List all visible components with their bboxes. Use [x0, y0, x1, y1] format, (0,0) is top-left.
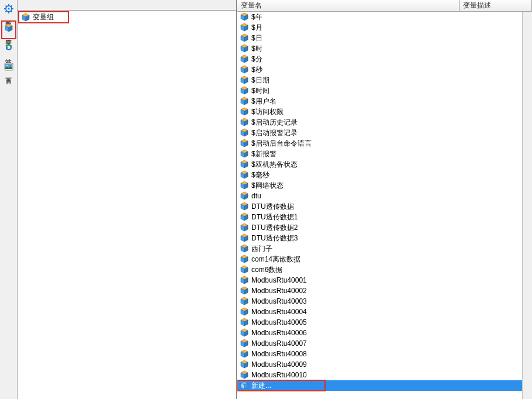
list-row[interactable]: ModbusRtu40001: [237, 275, 522, 286]
list-row[interactable]: $访问权限: [237, 106, 522, 117]
tree-item-label: 变量组: [33, 12, 54, 22]
list-row[interactable]: $秒: [237, 64, 522, 75]
cube-icon: [240, 339, 249, 348]
list-row-label: DTU透传数据1: [251, 212, 298, 222]
list-row[interactable]: $日: [237, 33, 522, 43]
list-row[interactable]: com14离散数据: [237, 254, 522, 264]
sidebar-tab-system[interactable]: 系统: [1, 1, 16, 20]
cube-icon: [240, 139, 249, 148]
list-row-label: ModbusRtu40006: [251, 329, 307, 337]
list-row[interactable]: $启动历史记录: [237, 117, 522, 128]
cube-icon: [240, 44, 249, 53]
list-row[interactable]: $网络状态: [237, 180, 522, 191]
cube-icon: [240, 12, 249, 22]
cube-icon: [240, 33, 249, 43]
list-row-label: $启动后台命令语言: [251, 139, 312, 149]
gear-icon: [4, 4, 13, 13]
list-row-label: $时: [251, 44, 262, 54]
list-row-label: ModbusRtu40002: [251, 287, 307, 295]
list-body[interactable]: $年$月$日$时$分$秒$日期$时间$用户名$访问权限$启动历史记录$启动报警记…: [237, 12, 522, 399]
list-row[interactable]: DTU透传数据: [237, 201, 522, 212]
cube-icon: [21, 13, 30, 22]
cube-icon: [240, 118, 249, 127]
list-row[interactable]: DTU透传数据3: [237, 233, 522, 243]
sidebar-tab-screens[interactable]: 画面: [1, 59, 16, 78]
cube-icon: [240, 202, 249, 211]
list-row[interactable]: $双机热备状态: [237, 159, 522, 170]
list-row-label: DTU透传数据3: [251, 233, 298, 243]
list-row[interactable]: dtu: [237, 191, 522, 201]
list-row-label: ModbusRtu40005: [251, 318, 307, 326]
cube-icon: [240, 191, 249, 201]
cube-icon: [240, 276, 249, 285]
list-row-new[interactable]: 新建...: [237, 380, 522, 391]
list-row[interactable]: ModbusRtu40002: [237, 286, 522, 296]
list-row[interactable]: $毫秒: [237, 170, 522, 180]
svg-line-8: [5, 11, 6, 12]
list-row[interactable]: ModbusRtu40009: [237, 359, 522, 370]
column-header-desc[interactable]: 变量描述: [460, 0, 532, 11]
cube-icon: [240, 65, 249, 74]
sidebar-tab-label: 系统: [4, 15, 13, 16]
cube-icon: [240, 360, 249, 369]
list-row[interactable]: $启动后台命令语言: [237, 138, 522, 149]
sidebar-tab-label: 变量: [4, 34, 13, 35]
list-row[interactable]: ModbusRtu40003: [237, 296, 522, 307]
list-row[interactable]: ModbusRtu40004: [237, 307, 522, 317]
list-row-label: $用户名: [251, 97, 277, 106]
list-row-label: ModbusRtu40007: [251, 339, 307, 348]
tree-item-variable-group[interactable]: 变量组: [19, 12, 68, 23]
list-row[interactable]: ModbusRtu40006: [237, 328, 522, 338]
list-row[interactable]: $时间: [237, 85, 522, 96]
cube-icon: [240, 212, 249, 222]
list-row[interactable]: DTU透传数据1: [237, 212, 522, 222]
svg-line-9: [11, 6, 12, 7]
list-row[interactable]: $启动报警记录: [237, 128, 522, 138]
cube-icon: [240, 328, 249, 338]
list-row[interactable]: ModbusRtu40005: [237, 317, 522, 328]
list-row-label: $日: [251, 33, 262, 43]
list-row-label: $双机热备状态: [251, 160, 298, 170]
list-row[interactable]: ModbusRtu40010: [237, 370, 522, 380]
list-row[interactable]: $时: [237, 43, 522, 54]
cube-icon: [240, 318, 249, 327]
column-header-name[interactable]: 变量名: [237, 0, 460, 11]
cube-icon: [240, 23, 249, 32]
list-row[interactable]: 西门子: [237, 243, 522, 254]
list-row[interactable]: $日期: [237, 75, 522, 85]
new-cube-icon: [240, 381, 249, 390]
cube-icon: [240, 233, 249, 243]
list-row-label: $日期: [251, 75, 270, 85]
list-row-label: ModbusRtu40008: [251, 350, 307, 358]
sidebar-tab-sites[interactable]: 站点: [1, 40, 16, 59]
list-row[interactable]: com6数据: [237, 264, 522, 275]
svg-line-7: [11, 11, 12, 12]
list-row-label: $秒: [251, 65, 262, 75]
list-row[interactable]: ModbusRtu40007: [237, 338, 522, 349]
cube-icon: [240, 97, 249, 106]
sidebar-tab-variables[interactable]: 变量: [1, 20, 16, 39]
cube-icon: [240, 265, 249, 274]
list-row-label: $访问权限: [251, 107, 284, 117]
list-row-label: ModbusRtu40001: [251, 276, 307, 284]
list-row[interactable]: DTU透传数据2: [237, 222, 522, 233]
cube-icon: [240, 286, 249, 295]
list-row[interactable]: $分: [237, 54, 522, 64]
cube-icon: [240, 370, 249, 380]
list-row[interactable]: $用户名: [237, 96, 522, 106]
vertical-scrollbar[interactable]: [522, 12, 532, 399]
cube-icon: [240, 170, 249, 180]
cube-icon: [240, 160, 249, 169]
list-row[interactable]: $年: [237, 12, 522, 22]
cube-icon: [240, 75, 249, 85]
list-row[interactable]: ModbusRtu40008: [237, 349, 522, 359]
list-row[interactable]: $月: [237, 22, 522, 33]
variable-list-panel: 变量名 变量描述 $年$月$日$时$分$秒$日期$时间$用户名$访问权限$启动历…: [237, 0, 532, 399]
tree-panel: 变量组: [18, 0, 237, 399]
list-row[interactable]: $新报警: [237, 149, 522, 159]
list-row-label: dtu: [251, 192, 261, 200]
sidebar-tab-strip: 系统变量站点画面: [0, 0, 18, 399]
refresh-icon: [4, 43, 13, 52]
list-row-label: 新建...: [251, 381, 271, 391]
cube-icon: [240, 307, 249, 317]
